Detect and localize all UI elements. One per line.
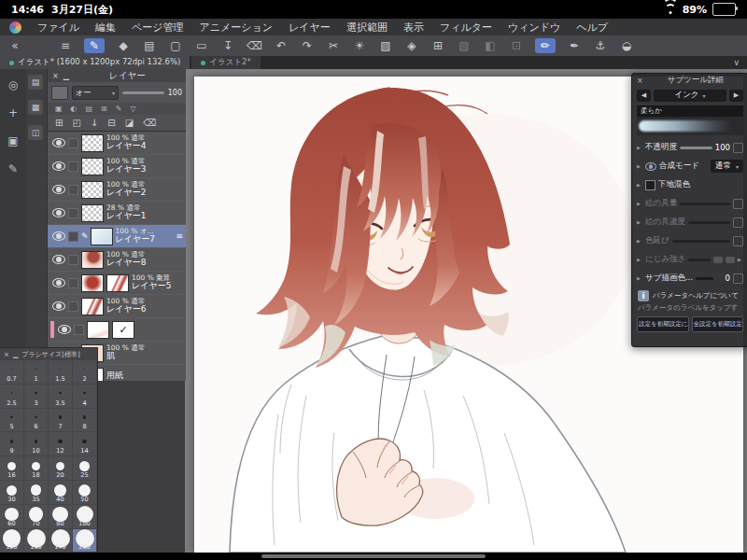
merge-down-icon[interactable]: ⊟ xyxy=(107,118,115,128)
layer-row[interactable]: ✓ xyxy=(48,318,186,342)
brush-size-70[interactable]: 70 xyxy=(24,505,49,529)
brush-panel-close-icon[interactable]: × xyxy=(4,351,9,358)
pen-tool-icon[interactable]: ✎ xyxy=(84,38,105,53)
layer-color-icon[interactable]: ▣ xyxy=(55,105,63,113)
transfer-down-icon[interactable]: ↓ xyxy=(91,118,98,128)
stepper-icon[interactable] xyxy=(733,217,743,228)
menu-item[interactable]: フィルター xyxy=(440,21,492,35)
brush-size-30[interactable]: 30 xyxy=(0,481,24,505)
stepper-icon[interactable] xyxy=(733,273,743,284)
param-row[interactable]: ▶色延び xyxy=(632,231,747,250)
stepper-icon[interactable] xyxy=(733,236,743,246)
param-help-link[interactable]: パラメータヘルプについて xyxy=(653,291,739,301)
undo-icon[interactable]: ↶ xyxy=(274,38,289,53)
operation-tool-icon[interactable]: ▣ xyxy=(7,134,18,147)
layer-color-swatch[interactable] xyxy=(51,86,68,100)
layer-row[interactable]: 100 % 通常レイヤー8 xyxy=(48,248,186,272)
param-row[interactable]: ▶下地混色 xyxy=(632,175,747,194)
brush-size-40[interactable]: 40 xyxy=(49,481,73,505)
brush-size-35[interactable]: 35 xyxy=(24,481,49,505)
layer-visibility-eye-icon[interactable] xyxy=(52,301,65,311)
brush-size-50[interactable]: 50 xyxy=(73,481,97,505)
category-next-icon[interactable]: ▶ xyxy=(729,90,743,102)
layer-visibility-eye-icon[interactable] xyxy=(52,185,65,194)
brush-size-9[interactable]: 9 xyxy=(0,432,24,456)
brush-preview[interactable]: 柔らか xyxy=(637,105,743,135)
brush-size-18[interactable]: 18 xyxy=(24,456,49,481)
brush-size-2[interactable]: 2 xyxy=(73,360,97,385)
layer-check-box[interactable] xyxy=(68,255,78,265)
document-tab[interactable]: イラスト2* xyxy=(191,56,260,69)
brush-size-1[interactable]: 1 xyxy=(24,360,49,385)
param-expand-icon[interactable]: ▶ xyxy=(637,257,642,262)
layer-check-box[interactable] xyxy=(74,325,84,335)
clipping-icon[interactable]: ⊞ xyxy=(101,105,107,113)
param-expand-icon[interactable]: ▶ xyxy=(637,275,642,281)
cut-icon[interactable]: ✂ xyxy=(326,38,341,53)
zoom-tool-icon[interactable]: ◎ xyxy=(8,78,18,91)
param-row[interactable]: ▶絵の具量 xyxy=(632,194,747,213)
brush-size-0.7[interactable]: 0.7 xyxy=(0,360,24,385)
param-expand-icon[interactable]: ▶ xyxy=(637,238,642,244)
layer-row[interactable]: 100 % 乗算レイヤー5 xyxy=(48,272,186,295)
page-manager-icon[interactable]: ▤ xyxy=(28,75,43,90)
select-rect-icon[interactable]: ▨ xyxy=(457,38,472,53)
layer-visibility-eye-icon[interactable] xyxy=(52,255,65,264)
menu-item[interactable]: 編集 xyxy=(95,21,116,35)
layer-panel-minimize-icon[interactable]: ▁ xyxy=(63,72,69,80)
pen-tool-strip-icon[interactable]: ✎ xyxy=(8,162,18,175)
layer-row[interactable]: ✎100 % オ...レイヤー7≡ xyxy=(48,225,186,248)
layer-row[interactable]: 28 % 通常レイヤー1 xyxy=(48,202,186,225)
layer-row[interactable]: 100 % 通常レイヤー4 xyxy=(48,132,186,155)
grid-icon[interactable]: ⊞ xyxy=(430,38,445,53)
figure-tool-icon[interactable]: ▤ xyxy=(142,38,157,53)
new-layer-icon[interactable]: ⊞ xyxy=(55,118,63,128)
brush-size-170[interactable]: 170 xyxy=(49,529,73,553)
param-dropdown[interactable]: 通常▾ xyxy=(711,160,743,173)
lock-transparent-icon[interactable]: ◐ xyxy=(71,105,78,113)
param-expand-icon[interactable]: ▶ xyxy=(637,145,642,150)
brush-size-150[interactable]: 150 xyxy=(24,529,49,553)
hamburger-menu-icon[interactable]: ≡ xyxy=(58,38,73,53)
layer-check-box[interactable] xyxy=(68,301,78,312)
param-row[interactable]: ▶合成モード通常▾ xyxy=(632,157,747,175)
save-icon[interactable]: ◫ xyxy=(28,125,43,140)
stepper-icon[interactable] xyxy=(733,199,743,209)
select-stamp-icon[interactable]: ⊡ xyxy=(509,38,524,53)
brush-size-14[interactable]: 14 xyxy=(73,432,97,456)
layer-mask-icon[interactable]: ◪ xyxy=(125,118,134,128)
layer-opacity-slider[interactable] xyxy=(122,91,164,94)
param-slider[interactable] xyxy=(672,240,730,243)
brush-size-1.5[interactable]: 1.5 xyxy=(49,360,73,385)
layer-panel-close-icon[interactable]: × xyxy=(52,72,59,80)
layer-visibility-eye-icon[interactable] xyxy=(52,231,65,241)
param-slider[interactable] xyxy=(680,147,712,149)
menu-item[interactable]: アニメーション xyxy=(200,21,274,35)
brush-size-3.5[interactable]: 3.5 xyxy=(49,385,73,409)
param-row[interactable]: ▶絵の具濃度 xyxy=(632,213,747,231)
category-prev-icon[interactable]: ◀ xyxy=(637,90,651,102)
lock-layer-icon[interactable]: ▤ xyxy=(86,105,93,113)
layer-row[interactable]: 100 % 通常レイヤー2 xyxy=(48,178,186,202)
param-slider[interactable] xyxy=(688,221,730,224)
redo-icon[interactable]: ↷ xyxy=(300,38,315,53)
effect-icon[interactable]: ☀ xyxy=(352,38,367,53)
export-icon[interactable]: ↧ xyxy=(220,38,235,53)
ruler-pen-icon[interactable]: ✏ xyxy=(535,38,556,53)
layer-check-box[interactable] xyxy=(68,278,78,288)
speech-bubble-icon[interactable]: ◒ xyxy=(619,38,634,53)
new-folder-icon[interactable]: ◰ xyxy=(72,118,80,128)
open-file-icon[interactable]: ▭ xyxy=(194,38,209,53)
ruler-icon-icon[interactable]: ▽ xyxy=(131,105,136,113)
brush-size-7[interactable]: 7 xyxy=(49,409,73,433)
home-indicator[interactable] xyxy=(261,554,486,558)
param-row[interactable]: ▶サブ描画色...0 xyxy=(632,269,747,287)
menu-item[interactable]: 選択範囲 xyxy=(346,21,388,35)
anchor-icon[interactable]: ⚓ xyxy=(593,38,608,53)
layer-row[interactable]: 100 % 通常レイヤー6 xyxy=(48,295,186,318)
brush-size-120[interactable]: 120 xyxy=(0,529,24,553)
param-expand-icon[interactable]: ▶ xyxy=(637,163,642,169)
fill-bucket-icon[interactable]: ◈ xyxy=(404,38,419,53)
brush-size-2.5[interactable]: 2.5 xyxy=(0,385,24,409)
tab-overflow-chevron-icon[interactable]: ∨ xyxy=(726,56,747,69)
